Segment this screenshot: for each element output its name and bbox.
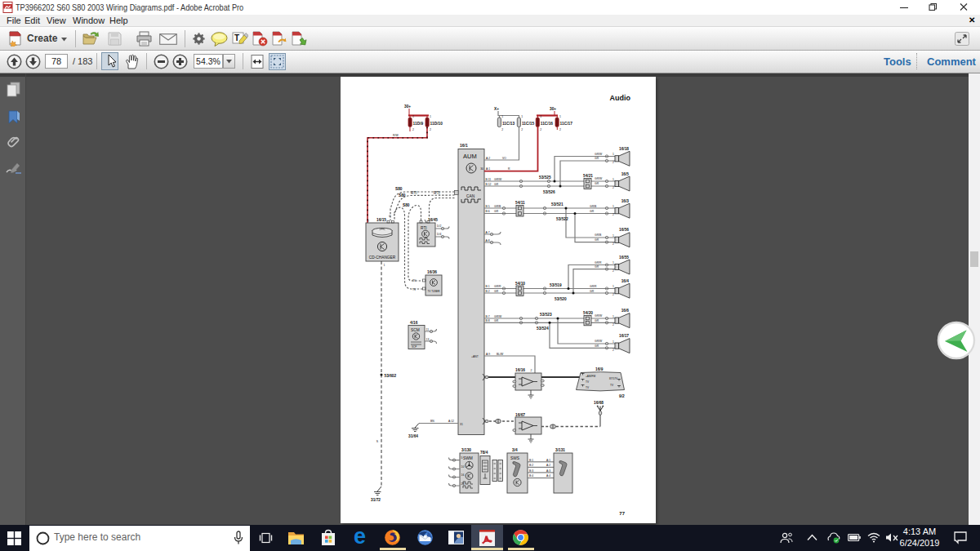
svg-text:2: 2 <box>501 128 503 131</box>
svg-text:D/4: D/4 <box>437 233 441 236</box>
svg-text:VO: VO <box>502 157 506 160</box>
svg-text:3/130: 3/130 <box>461 448 471 452</box>
svg-text:2: 2 <box>612 161 614 164</box>
svg-text:2: 2 <box>612 269 614 273</box>
svg-text:A:4: A:4 <box>546 474 550 478</box>
svg-text:A:12: A:12 <box>448 420 454 423</box>
svg-text:R: R <box>508 167 510 171</box>
svg-text:GR: GR <box>595 265 599 269</box>
svg-text:CAN: CAN <box>466 194 475 198</box>
svg-text:53/520: 53/520 <box>555 297 567 301</box>
svg-text:16/56: 16/56 <box>619 228 629 232</box>
svg-text:16/9: 16/9 <box>595 367 604 371</box>
svg-text:1: 1 <box>612 261 614 264</box>
svg-text:GR: GR <box>595 344 599 348</box>
svg-text:GR: GR <box>595 157 599 160</box>
svg-text:X+: X+ <box>494 107 499 111</box>
svg-text:31: 31 <box>460 423 463 426</box>
svg-text:2: 2 <box>612 293 614 296</box>
svg-text:GR/R: GR/R <box>590 285 597 288</box>
svg-text:2: 2 <box>521 128 523 131</box>
svg-text:B:6: B:6 <box>486 210 490 213</box>
svg-text:1: 1 <box>521 115 523 118</box>
svg-text:11C/16: 11C/16 <box>541 122 554 126</box>
svg-text:A:8: A:8 <box>486 239 490 242</box>
svg-text:GR/R: GR/R <box>595 261 602 264</box>
svg-text:24: 24 <box>461 482 465 486</box>
svg-text:30+: 30+ <box>550 107 556 111</box>
svg-text:B:3: B:3 <box>529 469 533 473</box>
svg-text:GR/W: GR/W <box>595 314 603 318</box>
svg-text:SWS: SWS <box>510 456 519 460</box>
svg-text:2: 2 <box>612 242 614 246</box>
svg-text:16/55: 16/55 <box>619 256 629 260</box>
svg-text:B:8: B:8 <box>486 319 490 322</box>
svg-text:3/4: 3/4 <box>512 448 518 452</box>
svg-text:GR: GR <box>595 238 599 242</box>
svg-text:1: 1 <box>612 153 614 156</box>
svg-text:2: 2 <box>540 128 541 131</box>
svg-text:1: 1 <box>612 315 614 318</box>
svg-text:11: 11 <box>426 328 430 331</box>
svg-text:CD-CHANGER: CD-CHANGER <box>369 256 396 260</box>
svg-text:4/16: 4/16 <box>410 321 418 325</box>
svg-text:2: 2 <box>612 186 614 189</box>
svg-text:A:9: A:9 <box>486 353 490 356</box>
svg-text:16/18: 16/18 <box>619 147 629 151</box>
svg-text:GR: GR <box>494 210 499 213</box>
svg-text:B:2: B:2 <box>486 290 490 293</box>
svg-text:S: S <box>376 440 379 443</box>
svg-text:GR: GR <box>590 210 595 213</box>
svg-text:16/17: 16/17 <box>619 334 629 338</box>
svg-text:B:4: B:4 <box>529 474 533 478</box>
svg-text:1: 1 <box>612 205 614 208</box>
svg-text:9/2: 9/2 <box>619 394 625 398</box>
svg-text:GR/W: GR/W <box>595 340 603 343</box>
svg-text:16/16: 16/16 <box>515 368 525 372</box>
svg-text:2: 2 <box>412 128 414 131</box>
svg-text:10: 10 <box>461 465 465 469</box>
svg-text:54/11: 54/11 <box>515 201 525 205</box>
svg-text:S80: S80 <box>395 187 403 191</box>
svg-text:GR: GR <box>595 182 599 185</box>
svg-text:30+: 30+ <box>404 104 411 109</box>
svg-text:11C/17: 11C/17 <box>560 122 573 126</box>
svg-text:GR/B: GR/B <box>595 233 602 237</box>
svg-text:53/524: 53/524 <box>537 327 549 331</box>
svg-text:11C/13: 11C/13 <box>502 122 515 126</box>
svg-text:53/526: 53/526 <box>543 190 555 194</box>
svg-text:16/6: 16/6 <box>621 309 630 313</box>
svg-text:5: 5 <box>461 456 463 460</box>
svg-text:1: 1 <box>412 115 414 118</box>
svg-text:GR: GR <box>494 290 499 293</box>
svg-text:1: 1 <box>384 264 385 267</box>
svg-text:78/4: 78/4 <box>480 451 488 455</box>
svg-text:2: 2 <box>612 323 614 327</box>
svg-text:GR/W: GR/W <box>494 315 502 318</box>
svg-text:SWM: SWM <box>463 456 473 460</box>
svg-text:A:2: A:2 <box>546 464 550 467</box>
svg-text:GR: GR <box>590 290 595 293</box>
svg-text:A:3: A:3 <box>546 469 550 473</box>
svg-text:53/522: 53/522 <box>556 217 568 221</box>
svg-text:16/4: 16/4 <box>621 279 630 283</box>
svg-text:SCP: SCP <box>412 345 416 349</box>
svg-text:53/523: 53/523 <box>540 313 552 317</box>
svg-text:GR/W: GR/W <box>494 178 502 181</box>
svg-text:2: 2 <box>430 128 431 131</box>
svg-text:A:1: A:1 <box>546 459 550 462</box>
svg-text:BL/W: BL/W <box>497 353 504 356</box>
svg-text:GR/W: GR/W <box>595 177 603 180</box>
svg-text:2: 2 <box>531 369 532 372</box>
svg-text:D/2: D/2 <box>437 224 441 228</box>
svg-text:R/W: R/W <box>393 134 399 137</box>
svg-text:16: 16 <box>461 473 465 477</box>
svg-text:GR: GR <box>595 319 599 322</box>
svg-text:53/521: 53/521 <box>551 202 564 207</box>
svg-text:B:7: B:7 <box>486 315 490 318</box>
svg-text:GR/B: GR/B <box>494 205 501 208</box>
svg-text:GR: GR <box>494 183 499 186</box>
svg-text:16/67: 16/67 <box>515 413 525 417</box>
svg-text:A:7: A:7 <box>486 231 490 234</box>
svg-text:B:5: B:5 <box>486 205 490 208</box>
